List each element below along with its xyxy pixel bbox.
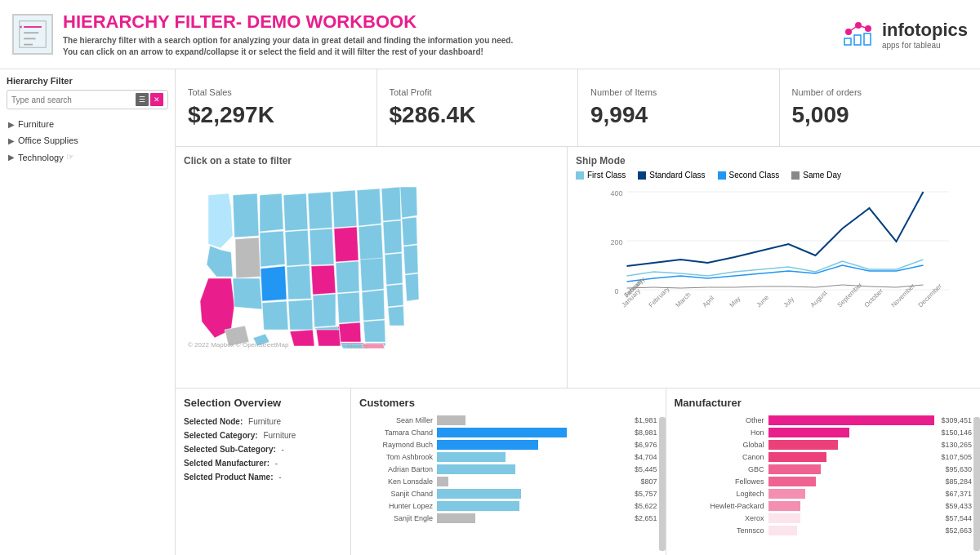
state-wy[interactable] [260,231,285,267]
manufacturer-bar-track [768,526,939,535]
header-left: HIERARCHY FILTER- DEMO WORKBOOK The hier… [12,11,513,58]
state-nj[interactable] [388,306,404,326]
state-nv[interactable] [235,238,261,278]
search-bar[interactable]: ☰ ✕ [7,90,168,109]
selection-category: Selected Category: Furniture [184,431,342,440]
y-label-0: 0 [615,287,619,295]
state-or[interactable] [207,246,233,277]
state-nc[interactable] [363,320,385,342]
manufacturer-name: Other [675,416,764,424]
state-oh[interactable] [359,224,383,260]
state-tn[interactable] [339,322,361,342]
legend-same-day: Same Day [791,171,841,180]
us-map[interactable]: Mexico [184,171,559,350]
state-sd[interactable] [285,230,310,266]
sidebar-label-office: Office Supplies [18,135,78,145]
manufacturer-name: Fellowes [675,477,764,486]
selection-category-label: Selected Category: [184,431,258,440]
state-me[interactable] [400,187,417,218]
infotopics-icon [840,16,877,48]
manufacturer-bar-fill [768,464,822,474]
state-md[interactable] [385,253,403,285]
map-container[interactable]: Mexico © 2022 Mapbox © OpenStreetMap [184,171,559,350]
expand-arrow-furniture: ▶ [8,120,15,129]
manufacturer-bar-track [768,452,935,462]
state-il[interactable] [334,227,359,262]
manufacturer-bar-fill [768,440,839,450]
customer-name: Tamara Chand [359,428,433,437]
state-ks[interactable] [288,300,313,330]
sidebar-label-technology: Technology [18,153,64,162]
state-tx[interactable] [290,330,314,346]
customer-name: Sanjit Chand [359,490,433,498]
state-ky[interactable] [337,292,360,323]
customer-bar-fill [437,428,567,437]
manufacturer-name: Canon [675,453,764,461]
manufacturer-bar-row: Canon $107,505 [675,452,973,462]
legend-dot-standard [638,171,646,180]
filter-button[interactable]: ☰ [136,93,149,106]
state-nd[interactable] [283,193,308,231]
sidebar-item-furniture[interactable]: ▶ Furniture [7,116,168,132]
manufacturer-value: $150,146 [941,428,972,437]
app-icon [12,14,53,55]
state-nh[interactable] [403,245,418,274]
customer-bar-fill [437,440,538,450]
logo-name: infotopics [882,20,968,41]
chart-legend: First Class Standard Class Second Class … [576,171,972,180]
customer-value: $1,981 [635,416,657,424]
manufacturer-value: $95,630 [945,465,972,473]
state-in[interactable] [336,261,359,293]
sidebar-item-office-supplies[interactable]: ▶ Office Supplies [7,132,168,149]
state-mt[interactable] [260,193,283,232]
state-mi[interactable] [357,189,381,226]
selection-node-value: Furniture [248,417,281,426]
legend-standard-class: Standard Class [638,171,705,180]
kpi-num-items-label: Number of Items [590,87,767,97]
mexico-label: Mexico [347,343,368,350]
state-ct[interactable] [405,273,419,301]
customer-bar-row: Hunter Lopez $5,622 [359,501,657,511]
header-text: HIERARCHY FILTER- DEMO WORKBOOK The hier… [63,11,513,58]
ship-mode-chart: 400 200 0 [576,184,972,331]
state-ny[interactable] [381,187,401,221]
manufacturer-scrollbar[interactable] [973,417,980,551]
state-va[interactable] [362,290,385,321]
customer-value: $5,757 [635,490,657,498]
clear-button[interactable]: ✕ [150,93,163,106]
state-mo[interactable] [311,265,336,295]
customer-value: $6,976 [635,441,657,449]
header-description: The hierarchy filter with a search optio… [63,35,513,58]
state-mn[interactable] [308,192,332,229]
state-vt[interactable] [402,217,417,246]
sidebar-item-technology[interactable]: ▶ Technology ☞ [7,149,168,166]
state-az[interactable] [233,278,262,309]
state-ok[interactable] [313,294,336,327]
state-de[interactable] [386,284,403,307]
main-content: Hierarchy Filter ☰ ✕ ▶ Furniture ▶ Offic… [0,69,980,555]
state-wi[interactable] [332,190,357,228]
svg-rect-0 [20,21,46,47]
customer-bar-row: Tamara Chand $8,981 [359,428,657,437]
manufacturer-bar-fill [768,489,806,499]
customer-name: Sean Miller [359,416,433,424]
state-ia[interactable] [310,229,334,265]
customer-name: Raymond Buch [359,441,433,449]
state-nm[interactable] [262,301,288,330]
manufacturer-value: $57,544 [945,514,972,522]
state-pa[interactable] [383,220,402,254]
selection-node: Selected Node: Furniture [184,417,342,426]
svg-rect-12 [854,35,861,45]
state-wv[interactable] [360,258,384,291]
manufacturer-name: Tennsco [675,526,764,535]
state-ne[interactable] [287,265,311,300]
state-wa[interactable] [208,193,233,248]
manufacturer-value: $67,371 [945,490,972,498]
state-id[interactable] [233,193,259,238]
legend-dot-same [791,171,800,180]
customer-bar-fill [437,415,466,425]
customers-scrollbar[interactable] [659,417,666,551]
search-input[interactable] [11,95,136,104]
state-co[interactable] [261,266,287,301]
logo: infotopics apps for tableau [840,16,968,54]
